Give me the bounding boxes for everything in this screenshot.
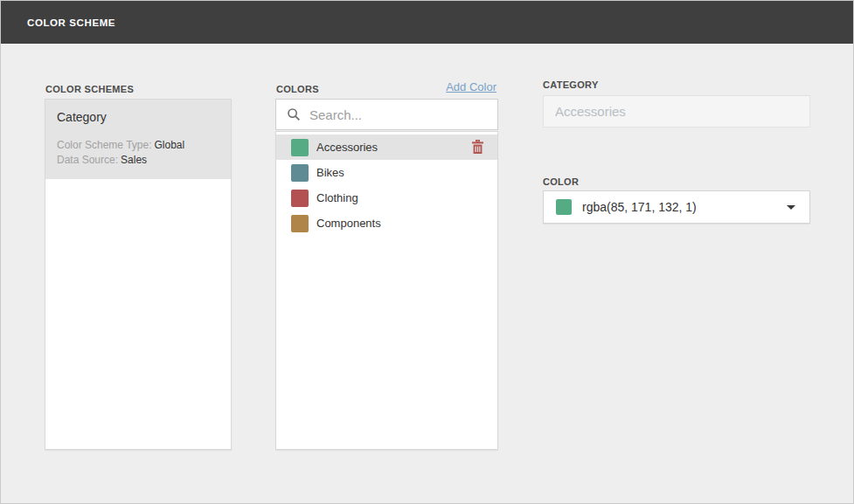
- scheme-meta-line: Data Source:Sales: [57, 153, 219, 168]
- colors-list: AccessoriesBikesClothingComponents: [275, 131, 498, 450]
- color-item-label: Clothing: [316, 191, 484, 204]
- trash-icon[interactable]: [471, 140, 484, 155]
- search-input[interactable]: [309, 107, 489, 122]
- color-schemes-list: CategoryColor Scheme Type:GlobalData Sou…: [45, 99, 232, 450]
- category-field[interactable]: [543, 95, 810, 128]
- color-dropdown-swatch: [556, 199, 572, 215]
- color-item-label: Bikes: [316, 166, 484, 179]
- color-label: COLOR: [543, 176, 579, 187]
- search-icon: [287, 107, 301, 121]
- dialog-header: COLOR SCHEME: [1, 1, 853, 44]
- color-list-item[interactable]: Clothing: [276, 185, 497, 211]
- color-item-label: Accessories: [316, 141, 471, 154]
- color-swatch: [291, 139, 309, 156]
- color-list-item[interactable]: Bikes: [276, 160, 497, 185]
- scheme-meta: Color Scheme Type:GlobalData Source:Sale…: [57, 138, 219, 168]
- search-box: [275, 99, 498, 130]
- scheme-meta-line: Color Scheme Type:Global: [57, 138, 219, 153]
- chevron-down-icon: [787, 205, 795, 210]
- scheme-list-item[interactable]: CategoryColor Scheme Type:GlobalData Sou…: [45, 100, 231, 179]
- colors-label: COLORS: [276, 84, 319, 94]
- color-swatch: [291, 190, 309, 207]
- color-scheme-dialog: COLOR SCHEME COLOR SCHEMES CategoryColor…: [0, 0, 854, 504]
- color-swatch: [291, 164, 309, 182]
- category-label: CATEGORY: [543, 79, 599, 90]
- dialog-title: COLOR SCHEME: [27, 17, 115, 28]
- color-swatch: [291, 215, 309, 232]
- color-list-item[interactable]: Components: [276, 211, 497, 236]
- color-dropdown[interactable]: rgba(85, 171, 132, 1): [543, 190, 810, 224]
- scheme-title: Category: [57, 110, 219, 124]
- color-schemes-label: COLOR SCHEMES: [45, 84, 134, 94]
- color-dropdown-value: rgba(85, 171, 132, 1): [582, 200, 787, 214]
- add-color-link[interactable]: Add Color: [446, 80, 496, 93]
- color-list-item[interactable]: Accessories: [276, 135, 497, 160]
- color-item-label: Components: [316, 217, 484, 230]
